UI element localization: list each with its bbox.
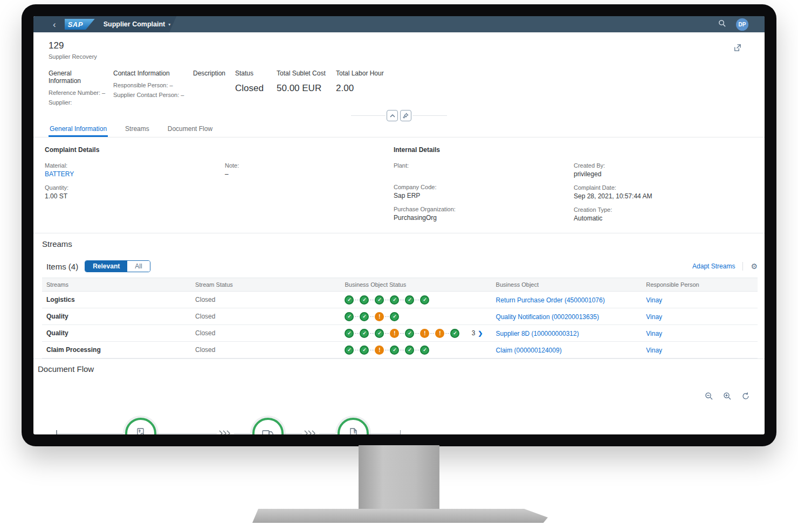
flow-start-tick — [56, 430, 57, 434]
tab-document-flow[interactable]: Document Flow — [167, 121, 214, 137]
table-header-row: Streams Stream Status Business Object St… — [42, 278, 758, 292]
created-by-field: Created By: privileged — [574, 162, 749, 178]
settings-gear-icon[interactable]: ⚙ — [751, 262, 758, 270]
status-ok-icon[interactable]: ✓ — [390, 346, 399, 355]
zoom-in-icon[interactable] — [723, 392, 732, 402]
collapse-header-icon[interactable] — [387, 110, 398, 121]
status-ok-icon[interactable]: ✓ — [360, 312, 369, 321]
status-ok-icon[interactable]: ✓ — [345, 346, 354, 355]
column-header-stream-status[interactable]: Stream Status — [191, 278, 340, 292]
status-connector — [370, 316, 374, 317]
status-connector — [385, 316, 389, 317]
status-warning-icon[interactable]: ! — [390, 329, 399, 338]
pin-icon[interactable] — [400, 110, 411, 121]
status-connector — [370, 350, 374, 350]
status-ok-icon[interactable]: ✓ — [405, 329, 414, 338]
monitor-stand-neck — [359, 445, 439, 511]
page-title: 129 — [49, 40, 749, 51]
status-warning-icon[interactable]: ! — [435, 329, 444, 338]
chevron-down-icon[interactable]: ▾ — [168, 22, 170, 27]
purchase-order-icon[interactable]: $ — [125, 418, 156, 434]
status-connector — [355, 350, 359, 350]
status-chain: ✓✓✓✓✓✓ — [345, 295, 487, 305]
complaint-details-title: Complaint Details — [45, 146, 394, 154]
table-row: Quality Closed ✓✓!✓ Quality Notification… — [42, 308, 758, 325]
shell-bar: ‹ SAP Supplier Complaint ▾ DP — [33, 16, 765, 32]
tab-streams[interactable]: Streams — [124, 121, 150, 137]
streams-section-title: Streams — [42, 239, 758, 248]
app-title[interactable]: Supplier Complaint — [104, 20, 166, 28]
reset-zoom-icon[interactable] — [741, 392, 750, 402]
segment-all-button[interactable]: All — [127, 261, 149, 272]
responsible-person-link[interactable]: Vinay — [646, 347, 662, 354]
share-icon[interactable] — [733, 43, 742, 54]
status-warning-icon[interactable]: ! — [420, 329, 429, 338]
svg-text:$: $ — [139, 429, 140, 432]
status-ok-icon[interactable]: ✓ — [345, 295, 354, 305]
sap-logo[interactable]: SAP — [65, 19, 95, 30]
internal-details-panel: Internal Details Plant: Company Code: Sa… — [394, 146, 749, 229]
business-object-link[interactable]: Quality Notification (000200013635) — [496, 313, 599, 321]
business-object-link[interactable]: Claim (000000124009) — [496, 347, 562, 354]
status-connector — [415, 300, 419, 300]
business-object-link[interactable]: Return Purchase Order (4500001076) — [496, 296, 605, 304]
note-field: Note: – — [225, 162, 394, 178]
tab-general-information[interactable]: General Information — [49, 121, 108, 137]
plant-field: Plant: — [394, 162, 574, 177]
segment-relevant-button[interactable]: Relevant — [85, 261, 127, 272]
status-ok-icon[interactable]: ✓ — [390, 295, 399, 305]
column-header-business-object-status[interactable]: Business Object Status — [340, 278, 491, 292]
chevron-right-icon[interactable]: ❯ — [478, 330, 483, 337]
facet-total-labor-hour: Total Labor Hour 2.00 — [336, 70, 411, 106]
search-icon[interactable] — [718, 19, 726, 30]
column-header-streams[interactable]: Streams — [42, 278, 191, 292]
table-row: Quality Closed ✓✓✓!✓!!✓3❯ Supplier 8D (1… — [42, 325, 758, 342]
back-icon[interactable]: ‹ — [53, 20, 56, 29]
header-facets: General Information Reference Number: – … — [49, 70, 749, 106]
responsible-person-link[interactable]: Vinay — [646, 313, 662, 321]
status-connector — [415, 333, 419, 334]
status-ok-icon[interactable]: ✓ — [360, 346, 369, 355]
complaint-date-field: Complaint Date: Sep 28, 2021, 10:57:44 A… — [574, 184, 749, 200]
status-connector — [385, 333, 389, 334]
business-object-link[interactable]: Supplier 8D (100000000312) — [496, 330, 579, 337]
responsible-person-link[interactable]: Vinay — [646, 296, 662, 304]
status-ok-icon[interactable]: ✓ — [375, 295, 384, 305]
status-chain: ✓✓!✓✓✓ — [345, 346, 487, 355]
zoom-out-icon[interactable] — [705, 392, 713, 402]
responsible-person-link[interactable]: Vinay — [646, 330, 662, 337]
delivery-truck-icon[interactable] — [252, 418, 284, 434]
facet-description: Description — [193, 70, 235, 106]
status-warning-icon[interactable]: ! — [375, 312, 384, 321]
adapt-streams-link[interactable]: Adapt Streams — [692, 262, 735, 270]
column-header-responsible-person[interactable]: Responsible Person — [642, 278, 758, 292]
status-ok-icon[interactable]: ✓ — [420, 295, 429, 305]
status-ok-icon[interactable]: ✓ — [345, 312, 354, 321]
status-ok-icon[interactable]: ✓ — [390, 312, 399, 321]
status-ok-icon[interactable]: ✓ — [405, 295, 414, 305]
facet-total-sublet-cost: Total Sublet Cost 50.00 EUR — [277, 70, 336, 106]
status-ok-icon[interactable]: ✓ — [450, 329, 459, 338]
invoice-icon[interactable]: $ — [338, 418, 369, 434]
status-connector — [415, 350, 419, 350]
status-ok-icon[interactable]: ✓ — [375, 329, 384, 338]
status-warning-icon[interactable]: ! — [375, 346, 384, 355]
internal-details-title: Internal Details — [394, 146, 749, 154]
status-connector — [385, 300, 389, 300]
material-link[interactable]: BATTERY — [45, 170, 225, 178]
desktop-background: ‹ SAP Supplier Complaint ▾ DP 129 Suppli… — [0, 0, 798, 532]
avatar[interactable]: DP — [736, 18, 748, 31]
column-header-business-object[interactable]: Business Object — [492, 278, 642, 292]
status-ok-icon[interactable]: ✓ — [345, 329, 354, 338]
tab-bar: General Information Streams Document Flo… — [33, 121, 765, 137]
monitor-stand-base — [252, 509, 548, 523]
status-ok-icon[interactable]: ✓ — [405, 346, 414, 355]
streams-toolbar: Items (4) Relevant All Adapt Streams ⚙ — [42, 260, 758, 272]
hidden-status-count: 3 — [472, 329, 476, 337]
status-ok-icon[interactable]: ✓ — [420, 346, 429, 355]
screen: ‹ SAP Supplier Complaint ▾ DP 129 Suppli… — [33, 16, 765, 434]
status-connector — [370, 300, 374, 300]
status-ok-icon[interactable]: ✓ — [360, 329, 369, 338]
general-information-section: Complaint Details Material: BATTERY Quan… — [33, 137, 765, 233]
status-ok-icon[interactable]: ✓ — [360, 295, 369, 305]
